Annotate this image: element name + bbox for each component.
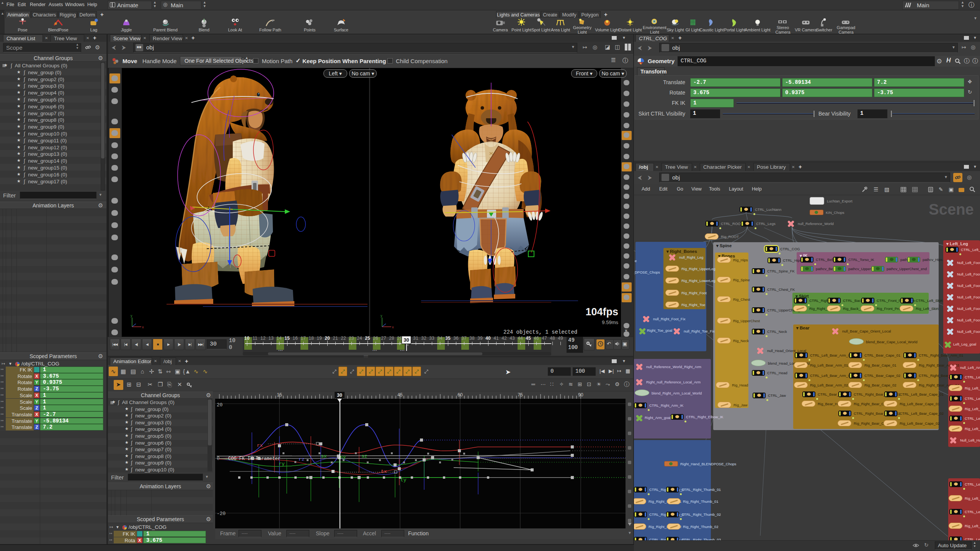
svg-text:-20: -20 (217, 511, 225, 517)
svg-text:20: 20 (217, 402, 223, 408)
svg-text:sx: sx (321, 453, 327, 459)
svg-text:sy: sy (340, 454, 346, 460)
svg-text:y: y (131, 314, 132, 318)
svg-text:ty: ty (400, 477, 407, 483)
svg-text:COG FK IK Parameter: COG FK IK Parameter (228, 456, 281, 461)
svg-text:y: y (381, 314, 382, 318)
svg-text:rx: rx (257, 443, 263, 448)
svg-text:45: 45 (397, 392, 403, 398)
svg-text:tx: tx (381, 469, 387, 474)
svg-text:rz: rz (299, 456, 305, 462)
svg-text:75: 75 (518, 392, 523, 398)
svg-text:60: 60 (457, 392, 463, 398)
svg-text:15: 15 (277, 392, 282, 398)
svg-text:30: 30 (337, 393, 342, 398)
svg-text:x: x (392, 325, 394, 329)
svg-text:ry: ry (279, 461, 285, 467)
svg-text:x: x (142, 325, 144, 329)
svg-text:90: 90 (578, 392, 583, 398)
svg-text:sz: sz (361, 453, 368, 459)
